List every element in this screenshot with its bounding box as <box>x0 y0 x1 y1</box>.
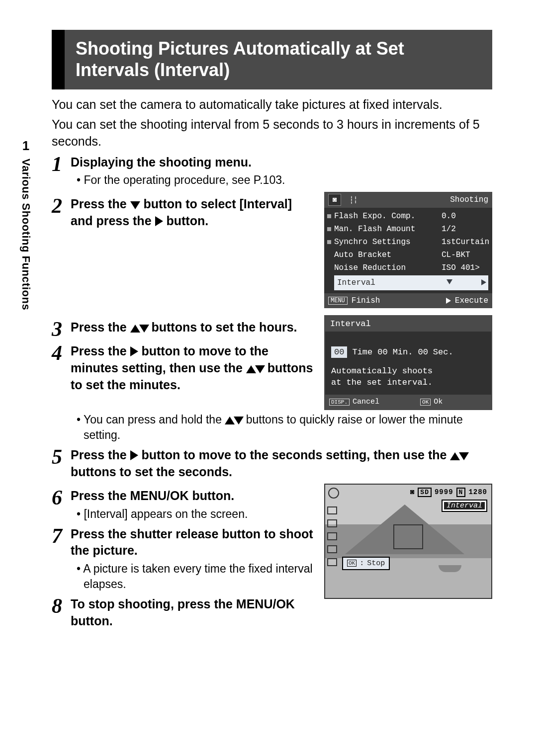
selected-label: Interval <box>337 278 375 287</box>
sidebar-chapter-number: 1 <box>17 138 35 154</box>
triangle-down-icon <box>234 417 244 424</box>
step-1: 1 Displaying the shooting menu. For the … <box>52 154 492 188</box>
top-right-status: ◙ SD 9999 N 1280 <box>410 488 487 497</box>
hint-down-icon <box>447 279 452 284</box>
shots-remaining: 9999 <box>435 488 453 496</box>
minutes-value: 00 <box>377 347 387 357</box>
text: buttons to set the hours. <box>151 320 297 334</box>
section-title-bar: Shooting Pictures Automatically at Set I… <box>52 30 492 89</box>
step-title: Press the MENU/OK button. <box>71 488 315 504</box>
text: button to move to the seconds setting, t… <box>141 448 450 462</box>
step-number: 8 <box>52 596 71 616</box>
triangle-down-icon <box>459 452 469 460</box>
menu-header-label: Shooting <box>450 195 488 204</box>
image-size: 1280 <box>468 488 487 496</box>
step-number: 4 <box>52 343 71 363</box>
intro-line-1: You can set the camera to automatically … <box>52 96 492 113</box>
camera-status-icon: ◙ <box>410 488 415 496</box>
step-title: Press the button to select [Interval] an… <box>71 196 315 230</box>
text: buttons to set the seconds. <box>71 465 232 479</box>
meter-icon <box>327 545 337 553</box>
sd-card-icon: SD <box>418 488 432 497</box>
intro-line-2: You can set the shooting interval from 5… <box>52 116 492 150</box>
ok-label: Ok <box>434 398 443 406</box>
step-number: 7 <box>52 526 71 546</box>
stop-label: Stop <box>367 559 385 568</box>
stop-hint-overlay: OK : Stop <box>342 557 390 570</box>
triangle-up-icon <box>450 452 460 460</box>
triangle-down-icon <box>139 325 149 333</box>
image-size-flag: N <box>456 488 466 497</box>
disp-key-box: DISP. <box>329 399 350 406</box>
text: You can press and hold the <box>84 413 225 426</box>
sidebar-section-label: Various Shooting Functions <box>19 159 32 310</box>
step-7: 7 Press the shutter release button to sh… <box>52 526 315 592</box>
menu-footer-left: Finish <box>352 296 380 305</box>
step-number: 2 <box>52 196 71 216</box>
section-title: Shooting Pictures Automatically at Set I… <box>76 38 481 81</box>
interval-screen-title: Interval <box>325 316 491 332</box>
af-frame <box>393 524 423 549</box>
step-5: 5 Press the button to move to the second… <box>52 447 492 481</box>
left-status-icons <box>327 506 337 566</box>
separator: : <box>359 559 364 568</box>
ok-key-box: OK <box>347 560 357 567</box>
step-bullet: For the operating procedure, see P.103. <box>84 172 492 188</box>
sidebar: 1 Various Shooting Functions <box>17 138 35 310</box>
step-number: 1 <box>52 154 71 174</box>
triangle-up-icon <box>225 417 235 424</box>
hours-value: 00 <box>331 346 347 358</box>
interval-time-row: 00 Time 00 Min. 00 Sec. <box>331 346 485 358</box>
step-title: Press the shutter release button to shoo… <box>71 526 315 560</box>
triangle-up-icon <box>246 365 256 373</box>
step-title: Press the button to move to the seconds … <box>71 447 492 481</box>
menu-row: Synchro Settings1stCurtain <box>324 236 489 249</box>
step-3: 3 Press the buttons to set the hours. <box>52 319 315 339</box>
camera-liveview-screenshot: ◙ SD 9999 N 1280 Interval <box>324 484 492 599</box>
step-6: 6 Press the MENU/OK button. [Interval] a… <box>52 488 315 522</box>
step-title: Press the buttons to set the hours. <box>71 319 315 336</box>
triangle-right-icon <box>155 216 163 226</box>
menu-row: Noise ReductionISO 401> <box>324 261 489 274</box>
triangle-right-icon <box>130 346 138 356</box>
sec-label: Sec. <box>433 347 453 357</box>
menu-row: Auto BracketCL-BKT <box>324 249 489 261</box>
step-title: Press the button to move to the minutes … <box>71 343 315 393</box>
step-title: Displaying the shooting menu. <box>71 154 492 171</box>
camera-tab-icon: ◙ <box>328 194 341 206</box>
interval-indicator: Interval <box>442 500 487 512</box>
step-bullet: [Interval] appears on the screen. <box>84 506 315 522</box>
step-bullet: You can press and hold the buttons to qu… <box>84 412 492 443</box>
step-number: 5 <box>52 447 71 467</box>
step-title: To stop shooting, press the MENU/OK butt… <box>71 596 315 630</box>
menu-footer-right: Execute <box>455 296 488 305</box>
camera-interval-screenshot: Interval 00 Time 00 Min. 00 Sec. Automat… <box>324 315 492 410</box>
wb-icon <box>327 519 337 527</box>
adjust-tab-icon: ┆╎ <box>349 196 358 204</box>
menu-footer: MENU Finish Execute <box>324 293 492 308</box>
min-label: Min. <box>393 347 413 357</box>
boat-illustration <box>439 565 461 572</box>
iso-icon <box>327 532 337 540</box>
step-number: 3 <box>52 319 71 339</box>
step-bullet: A picture is taken every time the fixed … <box>84 561 315 592</box>
menu-row: Flash Expo. Comp.0.0 <box>324 210 489 223</box>
interval-footer: DISP. Cancel OK Ok <box>325 395 491 409</box>
hint-right-icon <box>481 279 486 285</box>
cancel-label: Cancel <box>353 398 379 406</box>
triangle-right-icon <box>130 450 138 460</box>
quality-icon <box>327 558 337 566</box>
menu-row-selected: Interval <box>334 275 488 290</box>
text: Press the <box>71 448 130 462</box>
step-2: 2 Press the button to select [Interval] … <box>52 196 315 230</box>
time-label: Time <box>352 347 372 357</box>
self-timer-icon <box>328 488 339 499</box>
text: Press the <box>71 197 130 211</box>
text: Press the <box>71 320 130 334</box>
focus-mode-icon <box>327 506 337 514</box>
text: Press the <box>71 344 130 358</box>
step-8: 8 To stop shooting, press the MENU/OK bu… <box>52 596 315 630</box>
step-4: 4 Press the button to move to the minute… <box>52 343 315 393</box>
seconds-value: 00 <box>418 347 428 357</box>
menu-row: Man. Flash Amount1/2 <box>324 223 489 236</box>
